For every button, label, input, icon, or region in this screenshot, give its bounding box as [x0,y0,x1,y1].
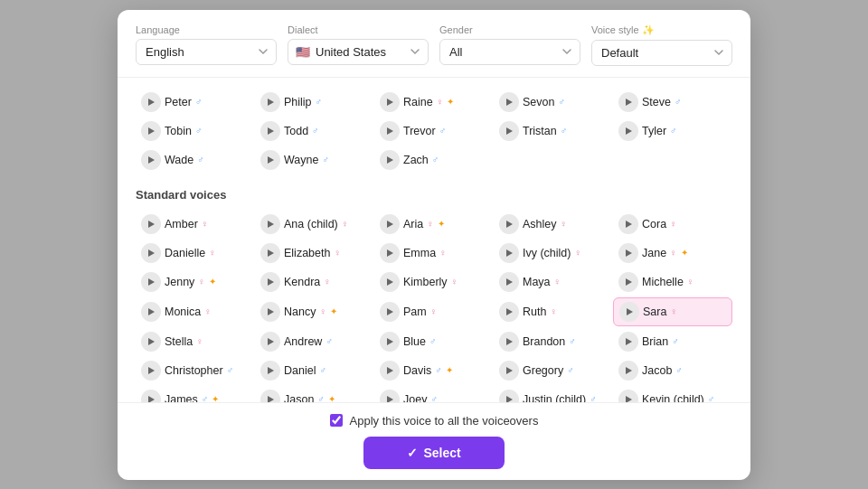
play-voice-button[interactable] [141,332,161,352]
voice-item[interactable]: Kevin (child)♂ [613,386,732,402]
play-voice-button[interactable] [499,214,519,234]
voice-item[interactable]: Raine♀✦ [374,89,494,116]
voice-item[interactable]: Zach♂ [374,146,494,174]
play-voice-button[interactable] [260,243,280,263]
language-select[interactable]: English [136,39,277,65]
play-voice-button[interactable] [260,390,280,402]
voice-item[interactable]: Aria♀✦ [374,211,494,238]
voice-item[interactable]: Blue♂ [374,328,494,355]
play-voice-button[interactable] [260,92,280,112]
play-voice-button[interactable] [141,390,161,402]
voice-item[interactable]: Andrew♂ [255,328,374,355]
voice-style-select[interactable]: Default [591,40,732,66]
apply-all-checkbox[interactable] [330,414,343,427]
voice-item[interactable]: Justin (child)♂ [494,386,613,402]
play-voice-button[interactable] [260,302,280,322]
voice-item[interactable]: Maya♀ [494,268,613,296]
play-voice-button[interactable] [499,243,519,263]
play-voice-button[interactable] [141,92,161,112]
play-voice-button[interactable] [380,272,400,292]
voice-item[interactable]: Gregory♂ [494,357,613,384]
play-voice-button[interactable] [260,214,280,234]
voice-item[interactable]: Pam♀ [374,297,494,326]
play-voice-button[interactable] [141,243,161,263]
voice-item[interactable]: Steve♂ [613,89,732,116]
play-voice-button[interactable] [618,92,638,112]
voice-item[interactable]: Michelle♀ [613,268,732,296]
voice-item[interactable]: Kendra♀ [255,268,374,296]
voice-item[interactable]: Philip♂ [255,89,374,116]
voice-item[interactable]: Tristan♂ [494,118,613,145]
voice-item[interactable]: Nancy♀✦ [255,297,374,326]
voice-item[interactable]: Ashley♀ [494,211,613,238]
play-voice-button[interactable] [499,390,519,402]
play-voice-button[interactable] [380,361,400,381]
voice-item[interactable]: James♂✦ [136,386,255,402]
play-voice-button[interactable] [618,272,638,292]
select-button[interactable]: ✓ Select [363,437,504,469]
voice-item[interactable]: Jason♂✦ [255,386,374,402]
voice-item[interactable]: Trevor♂ [374,118,494,145]
voice-item[interactable]: Kimberly♀ [374,268,494,296]
play-voice-button[interactable] [141,150,161,170]
voice-item[interactable]: Jenny♀✦ [136,268,255,296]
play-voice-button[interactable] [618,361,638,381]
play-voice-button[interactable] [618,121,638,141]
play-voice-button[interactable] [618,243,638,263]
voice-item[interactable]: Wade♂ [136,146,255,174]
voice-item[interactable]: Sevon♂ [494,89,613,116]
voice-item[interactable]: Jacob♂ [613,357,732,384]
voice-item[interactable]: Ivy (child)♀ [494,240,613,267]
voice-item[interactable]: Christopher♂ [136,357,255,384]
play-voice-button[interactable] [380,302,400,322]
voice-item[interactable]: Ana (child)♀ [255,211,374,238]
play-voice-button[interactable] [380,214,400,234]
play-voice-button[interactable] [380,92,400,112]
voice-item[interactable]: Elizabeth♀ [255,240,374,267]
voice-item[interactable]: Peter♂ [136,89,255,116]
voice-item[interactable]: Danielle♀ [136,240,255,267]
voice-item[interactable]: Sara♀ [613,297,732,326]
voice-item[interactable]: Cora♀ [613,211,732,238]
voice-item[interactable]: Brandon♂ [494,328,613,355]
voice-item[interactable]: Todd♂ [255,118,374,145]
play-voice-button[interactable] [380,332,400,352]
voice-item[interactable]: Ruth♀ [494,297,613,326]
play-voice-button[interactable] [499,92,519,112]
play-voice-button[interactable] [141,302,161,322]
voice-item[interactable]: Amber♀ [136,211,255,238]
play-voice-button[interactable] [619,302,639,322]
play-voice-button[interactable] [499,361,519,381]
play-voice-button[interactable] [380,390,400,402]
voice-item[interactable]: Tobin♂ [136,118,255,145]
play-voice-button[interactable] [618,390,638,402]
play-voice-button[interactable] [499,272,519,292]
play-voice-button[interactable] [141,121,161,141]
voice-item[interactable]: Stella♀ [136,328,255,355]
play-voice-button[interactable] [260,121,280,141]
play-voice-button[interactable] [618,332,638,352]
play-voice-button[interactable] [380,243,400,263]
voice-item[interactable]: Emma♀ [374,240,494,267]
play-voice-button[interactable] [141,214,161,234]
voice-item[interactable]: Joey♂ [374,386,494,402]
dialect-select[interactable]: 🇺🇸 United States [288,39,429,65]
play-voice-button[interactable] [141,272,161,292]
voice-item[interactable]: Tyler♂ [613,118,732,145]
play-voice-button[interactable] [499,332,519,352]
gender-select[interactable]: All [439,39,580,65]
play-voice-button[interactable] [260,332,280,352]
play-voice-button[interactable] [380,150,400,170]
play-voice-button[interactable] [499,121,519,141]
voice-item[interactable]: Jane♀✦ [613,240,732,267]
play-voice-button[interactable] [260,150,280,170]
play-voice-button[interactable] [260,361,280,381]
play-voice-button[interactable] [260,272,280,292]
voice-item[interactable]: Monica♀ [136,297,255,326]
play-voice-button[interactable] [618,214,638,234]
play-voice-button[interactable] [380,121,400,141]
voice-item[interactable]: Wayne♂ [255,146,374,174]
voice-item[interactable]: Davis♂✦ [374,357,494,384]
play-voice-button[interactable] [499,302,519,322]
apply-all-label[interactable]: Apply this voice to all the voiceovers [330,414,539,428]
